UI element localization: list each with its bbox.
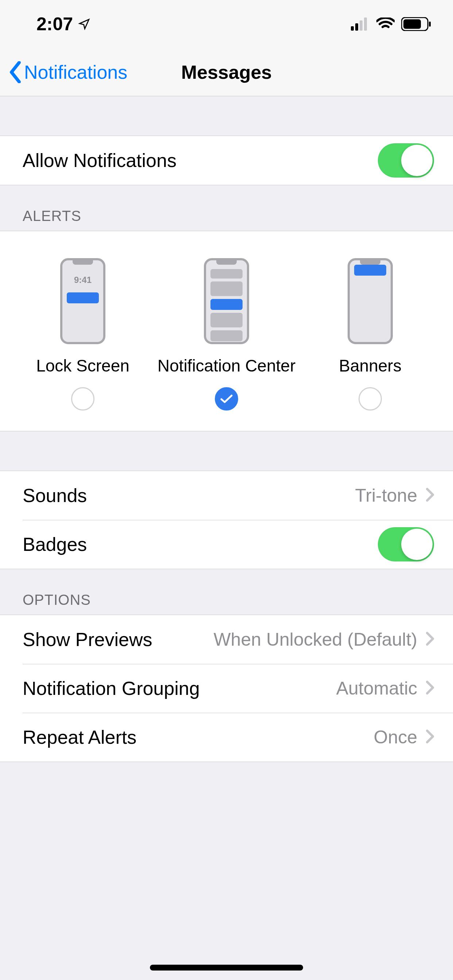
status-bar: 2:07 xyxy=(0,0,453,48)
cellular-icon xyxy=(351,18,370,30)
status-time: 2:07 xyxy=(37,13,73,35)
chevron-left-icon xyxy=(9,61,22,83)
nav-bar: Notifications Messages xyxy=(0,48,453,96)
row-label: Repeat Alerts xyxy=(22,726,136,748)
alert-option-banners[interactable]: Banners xyxy=(298,258,442,410)
alerts-panel: 9:41 Lock Screen Notification Center xyxy=(0,231,453,431)
section-spacer xyxy=(0,96,453,135)
alert-option-lock-screen[interactable]: 9:41 Lock Screen xyxy=(11,258,155,410)
back-button[interactable]: Notifications xyxy=(0,61,127,83)
alert-check[interactable] xyxy=(359,387,382,410)
alerts-header: ALERTS xyxy=(0,185,453,231)
sounds-badges-group: Sounds Tri-tone Badges xyxy=(0,471,453,569)
svg-rect-6 xyxy=(429,22,431,27)
row-value: Automatic xyxy=(336,678,417,699)
alert-label: Notification Center xyxy=(158,356,295,375)
alert-check[interactable] xyxy=(215,387,238,410)
badges-row[interactable]: Badges xyxy=(0,520,453,569)
location-icon xyxy=(78,13,91,35)
notification-grouping-row[interactable]: Notification Grouping Automatic xyxy=(0,664,453,713)
sounds-label: Sounds xyxy=(22,485,87,506)
sounds-value: Tri-tone xyxy=(355,485,417,506)
options-group: Show Previews When Unlocked (Default) No… xyxy=(0,615,453,762)
svg-rect-1 xyxy=(355,23,358,30)
allow-label: Allow Notifications xyxy=(22,150,177,171)
lock-screen-preview-icon: 9:41 xyxy=(60,258,105,344)
alert-option-notification-center[interactable]: Notification Center xyxy=(155,258,298,410)
svg-rect-0 xyxy=(351,26,354,30)
sounds-row[interactable]: Sounds Tri-tone xyxy=(0,471,453,520)
badges-toggle[interactable] xyxy=(378,527,434,562)
allow-notifications-row[interactable]: Allow Notifications xyxy=(0,136,453,185)
back-label: Notifications xyxy=(24,61,127,83)
row-label: Show Previews xyxy=(22,628,152,651)
svg-rect-2 xyxy=(360,21,362,30)
svg-rect-3 xyxy=(364,18,367,30)
home-indicator[interactable] xyxy=(150,965,303,970)
show-previews-row[interactable]: Show Previews When Unlocked (Default) xyxy=(0,615,453,664)
alert-label: Lock Screen xyxy=(36,356,129,375)
row-label: Notification Grouping xyxy=(22,678,200,699)
section-spacer xyxy=(0,431,453,471)
allow-group: Allow Notifications xyxy=(0,135,453,185)
row-value: When Unlocked (Default) xyxy=(214,629,417,650)
chevron-right-icon xyxy=(426,681,434,696)
notification-center-preview-icon xyxy=(204,258,249,344)
repeat-alerts-row[interactable]: Repeat Alerts Once xyxy=(0,713,453,762)
chevron-right-icon xyxy=(426,632,434,647)
badges-label: Badges xyxy=(22,533,87,555)
chevron-right-icon xyxy=(426,488,434,503)
svg-rect-5 xyxy=(404,19,421,29)
alert-check[interactable] xyxy=(71,387,94,410)
battery-icon xyxy=(401,17,431,31)
wifi-icon xyxy=(376,18,395,30)
allow-toggle[interactable] xyxy=(378,143,434,178)
banners-preview-icon xyxy=(348,258,393,344)
options-header: OPTIONS xyxy=(0,569,453,615)
lock-preview-time: 9:41 xyxy=(62,275,103,285)
alert-label: Banners xyxy=(339,356,401,375)
row-value: Once xyxy=(373,727,417,748)
chevron-right-icon xyxy=(426,730,434,745)
